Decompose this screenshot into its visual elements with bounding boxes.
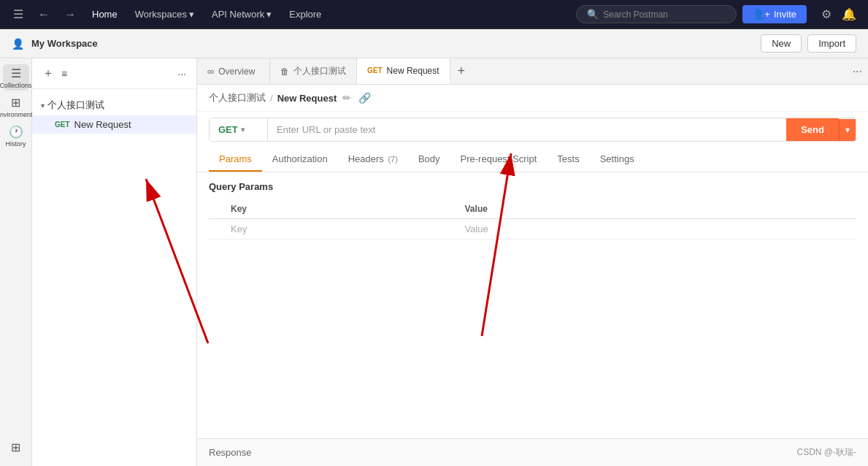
collections-panel: ＋ ≡ ··· ▾ 个人接口测试 GET New Request bbox=[32, 58, 197, 466]
breadcrumb-current: New Request bbox=[277, 93, 337, 104]
request-tabs: Params Authorization Headers (7) Body Pr… bbox=[197, 148, 868, 172]
breadcrumb: 个人接口测试 / New Request ✏ 🔗 bbox=[197, 85, 868, 112]
req-tab-prerequest[interactable]: Pre-request Script bbox=[450, 148, 548, 172]
workspace-icon: 👤 bbox=[12, 38, 24, 50]
table-row: Key Value bbox=[209, 219, 856, 240]
request-name: New Request bbox=[74, 119, 131, 130]
workspace-name: My Workspace bbox=[31, 38, 98, 49]
description-column-header bbox=[746, 199, 856, 219]
headers-count-badge: (7) bbox=[388, 155, 397, 164]
import-button[interactable]: Import bbox=[807, 34, 856, 53]
tab-collection[interactable]: 🗑 个人接口测试 bbox=[270, 58, 357, 84]
req-tab-headers[interactable]: Headers (7) bbox=[338, 148, 408, 172]
send-button[interactable]: Send bbox=[786, 118, 839, 141]
req-tab-tests[interactable]: Tests bbox=[547, 148, 589, 172]
collections-label: Collections bbox=[0, 82, 32, 89]
invite-button[interactable]: 👤+ Invite bbox=[742, 5, 807, 23]
workspace-bar: 👤 My Workspace New Import bbox=[0, 29, 868, 58]
sidebar-icon-add[interactable]: ⊞ bbox=[3, 434, 29, 460]
request-area: 个人接口测试 / New Request ✏ 🔗 GET ▾ Send ▾ Pa… bbox=[197, 85, 868, 438]
overview-icon: ∞ bbox=[207, 66, 214, 77]
tabs-bar: ∞ Overview 🗑 个人接口测试 GET New Request + ··… bbox=[197, 58, 868, 85]
hamburger-menu-button[interactable]: ☰ bbox=[9, 4, 28, 24]
tab-get-badge: GET bbox=[367, 66, 383, 75]
method-get-badge: GET bbox=[55, 121, 70, 129]
new-button[interactable]: New bbox=[761, 34, 802, 53]
back-button[interactable]: ← bbox=[34, 5, 54, 24]
panel-header: ＋ ≡ ··· bbox=[32, 58, 196, 89]
tab-overview-label: Overview bbox=[218, 66, 255, 77]
explore-nav-link[interactable]: Explore bbox=[283, 6, 327, 23]
request-item[interactable]: GET New Request bbox=[32, 115, 196, 134]
top-nav: ☰ ← → Home Workspaces ▾ API Network ▾ Ex… bbox=[0, 0, 868, 29]
tab-add-button[interactable]: + bbox=[450, 64, 473, 79]
tab-collection-label: 个人接口测试 bbox=[293, 65, 346, 77]
url-input[interactable] bbox=[268, 118, 786, 141]
search-icon: 🔍 bbox=[587, 9, 599, 20]
tab-request-label: New Request bbox=[387, 66, 439, 76]
value-cell-placeholder[interactable]: Value bbox=[458, 219, 746, 240]
notifications-button[interactable]: 🔔 bbox=[839, 4, 859, 24]
workspaces-nav-link[interactable]: Workspaces ▾ bbox=[129, 6, 200, 23]
sidebar-icon-history[interactable]: 🕐 History bbox=[3, 123, 29, 149]
search-placeholder: Search Postman bbox=[603, 9, 668, 20]
search-bar[interactable]: 🔍 Search Postman bbox=[576, 5, 737, 23]
sidebar-icons: ☰ Collections ⊞ Environments 🕐 History ⊞ bbox=[0, 58, 32, 466]
req-tab-params[interactable]: Params bbox=[209, 148, 262, 172]
params-table: Key Value Key Value bbox=[209, 199, 856, 240]
tab-delete-icon: 🗑 bbox=[280, 66, 289, 77]
collection-tree: ▾ 个人接口测试 GET New Request bbox=[32, 89, 196, 466]
sidebar-icon-collections[interactable]: ☰ Collections bbox=[3, 64, 29, 91]
value-column-header: Value bbox=[458, 199, 746, 219]
add-grid-icon: ⊞ bbox=[11, 440, 20, 454]
api-network-nav-link[interactable]: API Network ▾ bbox=[206, 6, 277, 23]
collection-item[interactable]: ▾ 个人接口测试 bbox=[32, 95, 196, 115]
collections-icon: ☰ bbox=[11, 66, 21, 80]
sidebar-icon-environments[interactable]: ⊞ Environments bbox=[3, 93, 29, 120]
csdn-credit: CSDN @-耿瑞- bbox=[796, 446, 856, 459]
method-chevron-icon: ▾ bbox=[241, 126, 245, 134]
history-icon: 🕐 bbox=[9, 125, 23, 139]
environments-icon: ⊞ bbox=[11, 96, 20, 110]
response-bar: Response CSDN @-耿瑞- bbox=[197, 438, 868, 466]
method-select[interactable]: GET ▾ bbox=[210, 118, 268, 141]
req-tab-settings[interactable]: Settings bbox=[590, 148, 645, 172]
tab-more-button[interactable]: ··· bbox=[847, 65, 868, 78]
key-cell-placeholder[interactable]: Key bbox=[223, 219, 458, 240]
forward-button[interactable]: → bbox=[60, 5, 80, 24]
req-tab-authorization[interactable]: Authorization bbox=[262, 148, 338, 172]
panel-more-button[interactable]: ··· bbox=[176, 66, 188, 81]
params-section: Query Params Key Value Key bbox=[197, 172, 868, 248]
breadcrumb-parent[interactable]: 个人接口测试 bbox=[209, 91, 266, 104]
panel-add-button[interactable]: ＋ bbox=[41, 64, 55, 83]
collection-name: 个人接口测试 bbox=[47, 99, 104, 112]
main-layout: ☰ Collections ⊞ Environments 🕐 History ⊞… bbox=[0, 58, 868, 466]
breadcrumb-link-button[interactable]: 🔗 bbox=[357, 91, 372, 105]
main-content: ∞ Overview 🗑 个人接口测试 GET New Request + ··… bbox=[197, 58, 868, 466]
settings-button[interactable]: ⚙ bbox=[818, 4, 834, 24]
tab-overview[interactable]: ∞ Overview bbox=[197, 58, 270, 84]
key-column-header: Key bbox=[223, 199, 458, 219]
method-label: GET bbox=[218, 124, 238, 135]
environments-label: Environments bbox=[0, 111, 36, 118]
history-label: History bbox=[5, 140, 26, 148]
workspace-actions: New Import bbox=[761, 34, 856, 53]
response-label: Response bbox=[209, 447, 252, 458]
breadcrumb-edit-button[interactable]: ✏ bbox=[341, 91, 353, 105]
req-tab-body[interactable]: Body bbox=[408, 148, 450, 172]
send-dropdown-button[interactable]: ▾ bbox=[839, 119, 856, 141]
home-nav-link[interactable]: Home bbox=[86, 6, 123, 23]
breadcrumb-separator: / bbox=[270, 93, 273, 104]
checkbox-column-header bbox=[209, 199, 223, 219]
invite-icon: 👤+ bbox=[753, 9, 770, 20]
query-params-title: Query Params bbox=[209, 181, 856, 192]
tab-request[interactable]: GET New Request bbox=[357, 58, 450, 84]
chevron-down-icon: ▾ bbox=[41, 102, 45, 110]
url-bar: GET ▾ Send ▾ bbox=[209, 118, 856, 142]
nav-actions: ⚙ 🔔 bbox=[818, 4, 859, 24]
panel-filter-button[interactable]: ≡ bbox=[60, 66, 69, 81]
